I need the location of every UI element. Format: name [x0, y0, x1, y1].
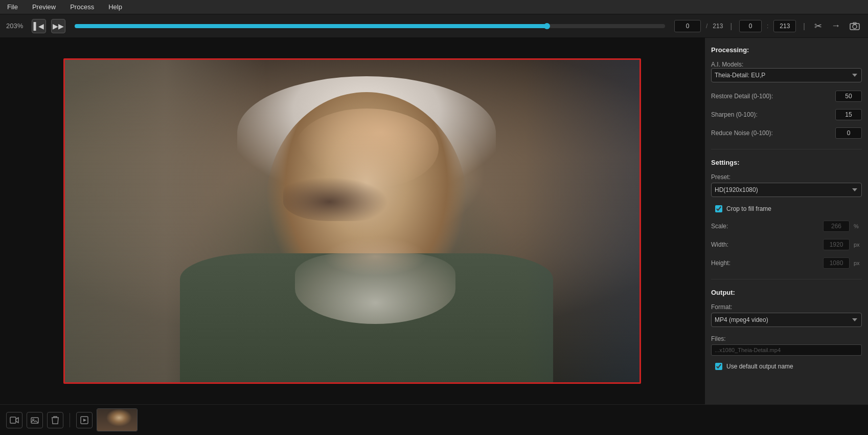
right-panel: Processing: A.I. Models: Theia-Detail: E… — [704, 38, 868, 404]
processing-title: Processing: — [711, 46, 862, 54]
video-frame — [63, 58, 641, 384]
format-select[interactable]: MP4 (mpeg4 video) MOV (quicktime) AVI MK… — [711, 313, 862, 327]
preset-label: Preset: — [711, 173, 862, 181]
crop-row: Crop to fill frame — [715, 205, 862, 212]
filmstrip-divider — [70, 413, 70, 427]
sharpen-row: Sharpen (0-100): — [711, 109, 862, 120]
files-row: Files: — [711, 335, 862, 356]
menu-help[interactable]: Help — [105, 2, 125, 12]
height-row: Height: px — [711, 257, 862, 269]
total-frames: 213 — [713, 23, 723, 30]
scale-unit: % — [854, 223, 862, 229]
height-input[interactable] — [823, 257, 850, 269]
thumbnail-content-1 — [97, 409, 137, 431]
frame-separator: / — [706, 23, 707, 30]
height-label: Height: — [711, 259, 819, 267]
scrubber-track[interactable] — [75, 24, 665, 28]
scrubber-container — [75, 24, 665, 28]
width-input[interactable] — [823, 239, 850, 250]
in-point-input[interactable] — [739, 20, 762, 32]
ai-models-row: A.I. Models: Theia-Detail: EU,P Theia-De… — [711, 61, 862, 82]
format-row: Format: MP4 (mpeg4 video) MOV (quicktime… — [711, 303, 862, 327]
bracket-end: | — [803, 22, 805, 30]
scrubber-handle[interactable] — [544, 23, 550, 29]
use-default-row: Use default output name — [715, 363, 862, 370]
menu-preview[interactable]: Preview — [29, 2, 59, 12]
filmstrip-thumbnail-1[interactable] — [97, 408, 138, 431]
add-image-button[interactable] — [27, 412, 43, 428]
divider-1 — [711, 149, 862, 149]
use-default-checkbox[interactable] — [715, 363, 722, 370]
add-video-button[interactable] — [6, 412, 22, 428]
ai-models-label: A.I. Models: — [711, 61, 862, 68]
ai-models-select[interactable]: Theia-Detail: EU,P Theia-Detail: Standar… — [711, 68, 862, 82]
reduce-noise-input[interactable] — [835, 127, 862, 139]
crop-label[interactable]: Crop to fill frame — [726, 205, 771, 212]
scale-label: Scale: — [711, 223, 819, 230]
crop-checkbox[interactable] — [715, 205, 722, 212]
width-unit: px — [854, 242, 862, 248]
rewind-button[interactable]: ▌◀ — [32, 19, 46, 33]
right-bg — [524, 60, 639, 382]
height-unit: px — [854, 260, 862, 266]
settings-title: Settings: — [711, 159, 862, 166]
restore-detail-row: Restore Detail (0-100): — [711, 91, 862, 102]
bracket-colon: : — [767, 23, 768, 30]
width-row: Width: px — [711, 239, 862, 250]
sharpen-input[interactable] — [835, 109, 862, 120]
scale-input[interactable] — [823, 221, 850, 232]
width-label: Width: — [711, 241, 819, 248]
format-label: Format: — [711, 303, 862, 311]
reduce-noise-row: Reduce Noise (0-100): — [711, 127, 862, 139]
files-label: Files: — [711, 335, 862, 342]
filmstrip — [0, 404, 868, 435]
current-frame-input[interactable] — [674, 20, 701, 32]
preview-area — [0, 38, 704, 404]
play-button[interactable]: ▶▶ — [51, 19, 65, 33]
restore-detail-label: Restore Detail (0-100): — [711, 93, 831, 100]
eye-shadow — [283, 173, 398, 221]
main-area: Processing: A.I. Models: Theia-Detail: E… — [0, 38, 868, 404]
svg-rect-3 — [10, 417, 16, 423]
filmstrip-preview-button[interactable] — [76, 412, 93, 428]
beard-overlay — [295, 253, 456, 324]
preset-row: Preset: HD(1920x1080) 4K(3840x2160) SD(7… — [711, 173, 862, 197]
out-point-input[interactable] — [773, 20, 796, 32]
toolbar: 203% ▌◀ ▶▶ / 213 | : | ✂ → — [0, 14, 868, 38]
camera-button[interactable] — [848, 20, 862, 32]
menu-process[interactable]: Process — [67, 2, 97, 12]
files-input[interactable] — [711, 344, 862, 356]
svg-point-1 — [853, 25, 857, 29]
video-content — [65, 60, 639, 382]
bracket-separator: | — [730, 22, 732, 30]
sharpen-label: Sharpen (0-100): — [711, 111, 831, 118]
use-default-label[interactable]: Use default output name — [726, 363, 793, 370]
output-title: Output: — [711, 289, 862, 296]
cut-button[interactable]: ✂ — [812, 18, 824, 34]
menubar: File Preview Process Help — [0, 0, 868, 14]
delete-button[interactable] — [47, 412, 63, 428]
restore-detail-input[interactable] — [835, 91, 862, 102]
reduce-noise-label: Reduce Noise (0-100): — [711, 129, 831, 137]
menu-file[interactable]: File — [4, 2, 21, 12]
scale-row: Scale: % — [711, 221, 862, 232]
preset-select[interactable]: HD(1920x1080) 4K(3840x2160) SD(720x480) — [711, 183, 862, 197]
arrow-button[interactable]: → — [829, 18, 842, 33]
scrubber-fill — [75, 24, 547, 28]
divider-2 — [711, 279, 862, 279]
zoom-level: 203% — [6, 22, 27, 30]
